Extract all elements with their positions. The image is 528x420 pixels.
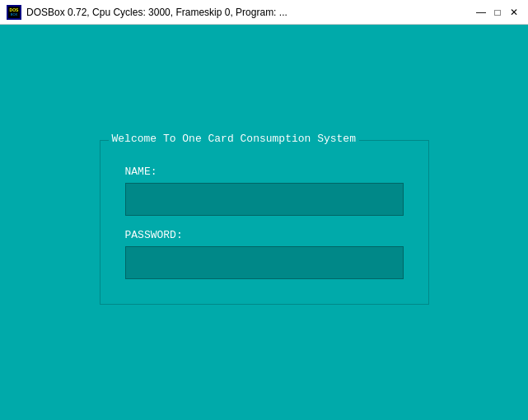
password-label: PASSWORD: xyxy=(125,229,404,241)
password-input[interactable] xyxy=(125,246,404,279)
maximize-button[interactable]: □ xyxy=(490,5,505,20)
app-icon: DOS BOX xyxy=(7,5,21,20)
title-bar-text: DOSBox 0.72, Cpu Cycles: 3000, Frameskip… xyxy=(26,7,474,18)
minimize-button[interactable]: — xyxy=(474,5,488,20)
name-label: NAME: xyxy=(125,166,404,178)
dos-screen: Welcome To One Card Consumption System N… xyxy=(0,25,528,420)
name-input[interactable] xyxy=(125,183,404,216)
close-button[interactable]: ✕ xyxy=(507,5,521,20)
window-controls: — □ ✕ xyxy=(474,5,521,20)
title-bar: DOS BOX DOSBox 0.72, Cpu Cycles: 3000, F… xyxy=(0,0,528,25)
login-box-title: Welcome To One Card Consumption System xyxy=(109,133,359,145)
login-box: Welcome To One Card Consumption System N… xyxy=(100,140,429,305)
